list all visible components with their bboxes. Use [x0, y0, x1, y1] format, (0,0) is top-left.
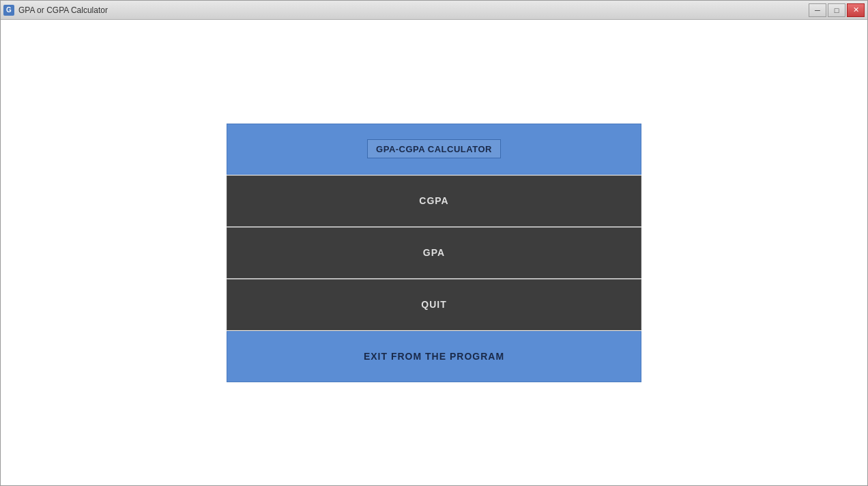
cgpa-label: CGPA — [419, 195, 448, 206]
quit-button[interactable]: QUIT — [227, 279, 641, 330]
maximize-button[interactable]: □ — [828, 3, 845, 17]
app-icon: G — [3, 5, 14, 16]
main-panel: GPA-CGPA CALCULATOR CGPA GPA QUIT EXIT F… — [227, 124, 641, 382]
exit-label: EXIT FROM THE PROGRAM — [364, 351, 504, 362]
title-bar-left: G GPA or CGPA Calculator — [3, 5, 108, 16]
window-controls: ─ □ ✕ — [809, 3, 865, 17]
header-label: GPA-CGPA CALCULATOR — [376, 144, 492, 154]
gpa-button[interactable]: GPA — [227, 227, 641, 278]
title-bar: G GPA or CGPA Calculator ─ □ ✕ — [1, 1, 867, 20]
window-title: GPA or CGPA Calculator — [18, 5, 108, 15]
minimize-button[interactable]: ─ — [809, 3, 826, 17]
exit-button[interactable]: EXIT FROM THE PROGRAM — [227, 331, 641, 382]
close-button[interactable]: ✕ — [847, 3, 865, 17]
header-label-box: GPA-CGPA CALCULATOR — [367, 139, 501, 158]
app-window: G GPA or CGPA Calculator ─ □ ✕ GPA-CGPA … — [0, 0, 868, 486]
cgpa-button[interactable]: CGPA — [227, 175, 641, 227]
quit-label: QUIT — [421, 299, 446, 310]
header-panel: GPA-CGPA CALCULATOR — [227, 124, 641, 175]
window-content: GPA-CGPA CALCULATOR CGPA GPA QUIT EXIT F… — [1, 20, 867, 485]
gpa-label: GPA — [423, 247, 445, 258]
